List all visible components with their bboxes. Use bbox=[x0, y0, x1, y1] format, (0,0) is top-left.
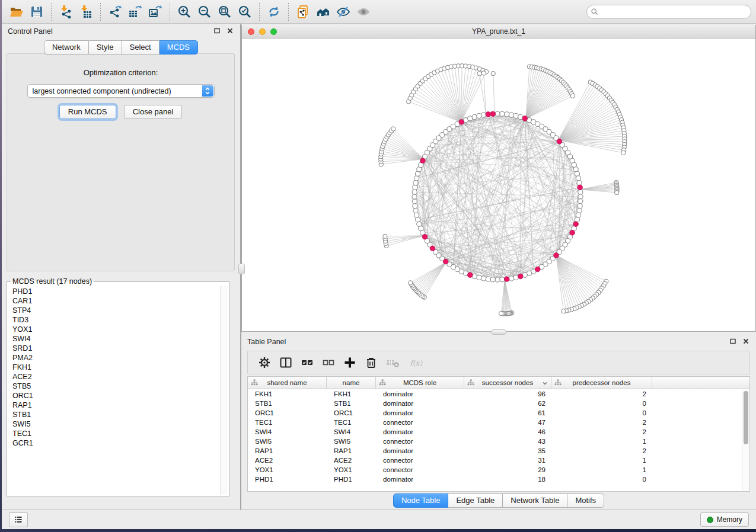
minimize-traffic-light-icon[interactable] bbox=[259, 28, 266, 35]
zoom-fit-icon[interactable] bbox=[215, 2, 235, 21]
mcds-result-item[interactable]: TEC1 bbox=[12, 429, 228, 438]
tab-mcds[interactable]: MCDS bbox=[160, 40, 198, 55]
column-header-shared-name[interactable]: shared name bbox=[248, 377, 327, 389]
clone-network-icon[interactable] bbox=[293, 2, 313, 21]
select-stepper-icon[interactable] bbox=[202, 85, 213, 97]
table-row[interactable]: SWI4SWI4dominator462 bbox=[248, 427, 749, 437]
mcds-result-item[interactable]: STB5 bbox=[12, 382, 228, 391]
horizontal-splitter-handle[interactable] bbox=[491, 329, 506, 335]
export-network-icon[interactable] bbox=[105, 2, 125, 21]
table-row[interactable]: FKH1FKH1dominator962 bbox=[248, 389, 749, 399]
column-header-mcds-role[interactable]: MCDS role bbox=[376, 377, 464, 389]
table-cell: SWI4 bbox=[327, 428, 376, 435]
table-cell: connector bbox=[376, 419, 464, 426]
search-input[interactable] bbox=[586, 5, 751, 19]
header-filler bbox=[652, 377, 749, 389]
table-row[interactable]: RAP1RAP1dominator352 bbox=[248, 446, 749, 456]
optimization-criterion-select[interactable]: largest connected component (undirected) bbox=[27, 84, 215, 98]
close-panel-icon[interactable] bbox=[226, 27, 234, 36]
column-header-name[interactable]: name bbox=[327, 377, 376, 389]
apply-layout-icon[interactable] bbox=[264, 2, 284, 21]
table-tab-node-table[interactable]: Node Table bbox=[393, 493, 449, 508]
mcds-result-list[interactable]: PHD1CAR1STP4TID3YOX1SWI4SRD1PMA2FKH1ACE2… bbox=[8, 286, 228, 495]
table-row[interactable]: STB1STB1dominator620 bbox=[248, 399, 749, 408]
tab-network[interactable]: Network bbox=[44, 40, 89, 55]
first-neighbors-icon[interactable] bbox=[313, 2, 333, 21]
mcds-result-item[interactable]: ORC1 bbox=[12, 391, 228, 400]
mcds-result-item[interactable]: TID3 bbox=[12, 315, 228, 325]
delete-rows-icon[interactable] bbox=[361, 354, 382, 371]
mcds-result-item[interactable]: SWI5 bbox=[12, 419, 228, 429]
column-label: name bbox=[343, 379, 360, 386]
search-icon bbox=[591, 8, 599, 16]
mcds-result-item[interactable]: SRD1 bbox=[12, 344, 228, 353]
table-cell: SWI4 bbox=[248, 428, 327, 435]
table-row[interactable]: YOX1YOX1connector291 bbox=[248, 465, 749, 475]
function-builder-icon[interactable]: f(x) bbox=[403, 354, 429, 371]
table-row[interactable]: ACE2ACE2connector311 bbox=[248, 456, 749, 465]
zoom-in-icon[interactable] bbox=[174, 2, 194, 21]
table-cell: connector bbox=[376, 457, 464, 464]
table-scrollbar[interactable] bbox=[742, 390, 749, 491]
create-column-icon[interactable] bbox=[339, 354, 361, 371]
close-table-panel-icon[interactable] bbox=[742, 338, 750, 346]
mcds-result-title: MCDS result (17 nodes) bbox=[11, 277, 94, 286]
export-table-icon[interactable] bbox=[125, 2, 145, 21]
save-session-icon[interactable] bbox=[27, 2, 47, 21]
table-row[interactable]: PHD1PHD1dominator180 bbox=[248, 475, 749, 484]
network-canvas[interactable] bbox=[242, 39, 755, 331]
memory-button[interactable]: Memory bbox=[700, 512, 749, 527]
table-scrollbar-thumb[interactable] bbox=[744, 391, 748, 444]
toggle-columns-icon[interactable] bbox=[275, 354, 296, 371]
toolbar-separator bbox=[170, 3, 170, 21]
column-header-predecessor-nodes[interactable]: predecessor nodes bbox=[551, 377, 652, 389]
mcds-result-item[interactable]: RAP1 bbox=[12, 400, 228, 410]
tab-style[interactable]: Style bbox=[89, 40, 122, 55]
show-graphics-details-icon[interactable] bbox=[353, 2, 374, 21]
mcds-result-item[interactable]: CAR1 bbox=[12, 296, 228, 306]
mcds-result-item[interactable]: FKH1 bbox=[12, 363, 228, 372]
mcds-result-item[interactable]: STP4 bbox=[12, 306, 228, 315]
float-table-panel-icon[interactable] bbox=[729, 338, 737, 346]
mcds-result-item[interactable]: GCR1 bbox=[12, 438, 228, 448]
memory-status-icon bbox=[707, 517, 713, 523]
vertical-splitter-handle[interactable] bbox=[238, 264, 245, 274]
export-image-icon[interactable] bbox=[145, 2, 165, 21]
mcds-result-item[interactable]: STB1 bbox=[12, 410, 228, 419]
mcds-result-item[interactable]: PHD1 bbox=[12, 287, 228, 296]
list-scrollbar[interactable] bbox=[220, 286, 228, 495]
table-cell: 29 bbox=[464, 466, 551, 473]
open-file-icon[interactable] bbox=[7, 2, 27, 21]
mcds-result-item[interactable]: YOX1 bbox=[12, 325, 228, 334]
mcds-result-group: MCDS result (17 nodes) PHD1CAR1STP4TID3Y… bbox=[7, 277, 229, 496]
float-panel-icon[interactable] bbox=[213, 27, 221, 36]
mcds-result-item[interactable]: ACE2 bbox=[12, 372, 228, 382]
table-settings-icon[interactable] bbox=[254, 354, 275, 371]
table-tab-edge-table[interactable]: Edge Table bbox=[448, 493, 503, 508]
select-all-rows-icon[interactable] bbox=[296, 354, 318, 371]
run-mcds-button[interactable]: Run MCDS bbox=[59, 105, 116, 119]
tab-select[interactable]: Select bbox=[122, 40, 160, 55]
delete-column-icon[interactable] bbox=[382, 354, 403, 371]
close-traffic-light-icon[interactable] bbox=[248, 28, 254, 35]
close-panel-button[interactable]: Close panel bbox=[124, 105, 183, 119]
table-tab-motifs[interactable]: Motifs bbox=[567, 493, 604, 508]
zoom-selected-icon[interactable] bbox=[235, 2, 255, 21]
maximize-traffic-light-icon[interactable] bbox=[270, 28, 277, 35]
mcds-result-item[interactable]: SWI4 bbox=[12, 334, 228, 344]
horizontal-splitter[interactable] bbox=[241, 332, 756, 334]
hide-graphics-details-icon[interactable] bbox=[333, 2, 353, 21]
table-row[interactable]: SWI5SWI5connector431 bbox=[248, 437, 749, 446]
table-row[interactable]: ORC1ORC1dominator610 bbox=[248, 408, 749, 418]
network-window-titlebar[interactable]: YPA_prune.txt_1 bbox=[242, 25, 755, 39]
table-tab-network-table[interactable]: Network Table bbox=[503, 493, 567, 508]
import-network-icon[interactable] bbox=[56, 2, 76, 21]
table-row[interactable]: TEC1TEC1connector472 bbox=[248, 418, 749, 427]
mcds-result-item[interactable]: PMA2 bbox=[12, 353, 228, 363]
deselect-all-rows-icon[interactable] bbox=[318, 354, 339, 371]
search-box[interactable] bbox=[586, 5, 751, 19]
column-header-successor-nodes[interactable]: successor nodes bbox=[464, 377, 551, 389]
task-history-button[interactable] bbox=[9, 512, 28, 527]
import-table-icon[interactable] bbox=[76, 2, 96, 21]
zoom-out-icon[interactable] bbox=[194, 2, 215, 21]
